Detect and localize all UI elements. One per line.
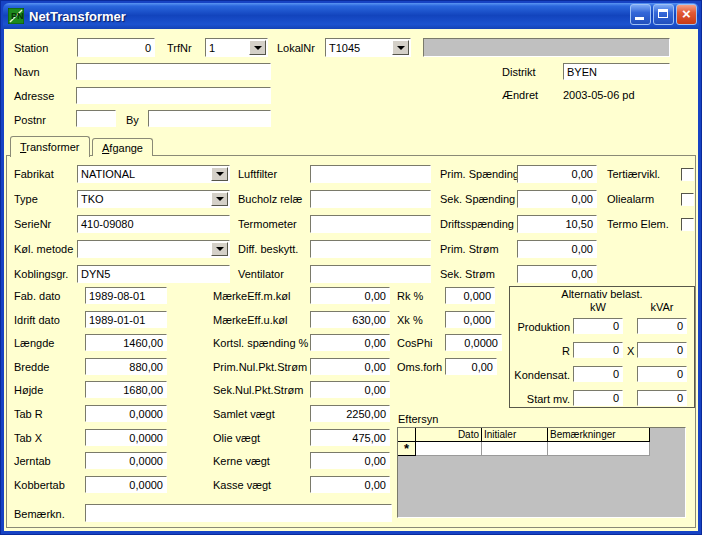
grid-header-dato[interactable]: Dato — [416, 428, 482, 442]
fab-dato-field[interactable]: 1989-08-01 — [85, 287, 167, 304]
grid-cell-bemaerkninger[interactable] — [548, 442, 650, 456]
olie-vaegt-field[interactable]: 475,00 — [310, 429, 390, 446]
adresse-field[interactable] — [76, 87, 271, 104]
xk-pct-field[interactable]: 0,000 — [445, 311, 495, 328]
tab-afgange-label: Afgange — [102, 142, 143, 154]
prim-spaending-field[interactable]: 0,00 — [517, 165, 597, 183]
kerne-vaegt-field[interactable]: 0,00 — [310, 452, 390, 469]
oliealarm-checkbox[interactable] — [681, 193, 694, 206]
koel-metode-dropdown[interactable] — [77, 240, 230, 258]
navn-field[interactable] — [76, 63, 271, 80]
kortsl-spaending-label: Kortsl. spænding % — [213, 337, 308, 349]
produktion-kw-field[interactable]: 0 — [573, 318, 623, 334]
distrikt-label: Distrikt — [502, 66, 536, 78]
fabrikat-dropdown[interactable]: NATIONAL — [77, 165, 230, 183]
start-mv-kvar-field[interactable]: 0 — [637, 390, 687, 406]
x-label: X — [627, 345, 634, 357]
bredde-field[interactable]: 880,00 — [85, 358, 167, 375]
grid-cell-dato[interactable] — [416, 442, 482, 456]
eftersyn-grid[interactable]: Dato Initialer Bemærkninger * — [397, 427, 686, 518]
xk-pct-value: 0,000 — [463, 314, 491, 326]
tab-r-field[interactable]: 0,0000 — [85, 405, 167, 422]
dropdown-arrow-icon[interactable] — [211, 192, 228, 206]
trfnr-dropdown[interactable]: 1 — [205, 38, 268, 57]
sek-spaending-value: 0,00 — [572, 193, 593, 205]
kortsl-spaending-field[interactable]: 0,00 — [310, 334, 390, 351]
x-kvar-value: 0 — [677, 344, 683, 356]
type-dropdown[interactable]: TKO — [77, 190, 230, 208]
kortsl-spaending-value: 0,00 — [365, 337, 386, 349]
start-mv-kw-field[interactable]: 0 — [573, 390, 623, 406]
olie-vaegt-value: 475,00 — [352, 432, 386, 444]
start-mv-label: Start mv. — [505, 393, 570, 405]
hoejde-field[interactable]: 1680,00 — [85, 381, 167, 398]
idrift-dato-field[interactable]: 1989-01-01 — [85, 311, 167, 328]
lokalnr-dropdown[interactable]: T1045 — [325, 38, 411, 57]
oms-forh-field[interactable]: 0,00 — [445, 358, 497, 375]
tab-x-field[interactable]: 0,0000 — [85, 429, 167, 446]
termo-elem-label: Termo Elem. — [607, 218, 669, 230]
koblingsgr-field[interactable]: DYN5 — [77, 265, 230, 283]
tertiaervikl-checkbox[interactable] — [681, 168, 694, 181]
kasse-vaegt-field[interactable]: 0,00 — [310, 476, 390, 493]
samlet-vaegt-field[interactable]: 2250,00 — [310, 405, 390, 422]
prim-nul-pkt-stroem-field[interactable]: 0,00 — [310, 358, 390, 375]
tab-afgange[interactable]: Afgange — [92, 138, 153, 156]
grid-selector-header[interactable] — [398, 428, 416, 442]
kondensat-kw-field[interactable]: 0 — [573, 366, 623, 382]
termometer-field[interactable] — [310, 215, 431, 233]
kondensat-kvar-field[interactable]: 0 — [637, 366, 687, 382]
dropdown-arrow-icon[interactable] — [249, 40, 266, 55]
grid-header-initialer[interactable]: Initialer — [482, 428, 548, 442]
tab-transformer[interactable]: Transformer — [10, 136, 90, 157]
produktion-kvar-field[interactable]: 0 — [637, 318, 687, 334]
laengde-field[interactable]: 1460,00 — [85, 334, 167, 351]
bucholz-relae-field[interactable] — [310, 190, 431, 208]
type-label: Type — [14, 193, 38, 205]
kobbertab-value: 0,0000 — [129, 479, 163, 491]
lokalnr-label: LokalNr — [277, 42, 315, 54]
kondensat-kw-value: 0 — [613, 368, 619, 380]
sek-nul-pkt-stroem-field[interactable]: 0,00 — [310, 381, 390, 398]
postnr-field[interactable] — [76, 110, 116, 127]
jerntab-field[interactable]: 0,0000 — [85, 452, 167, 469]
by-field[interactable] — [148, 110, 271, 127]
distrikt-field[interactable]: BYEN — [563, 63, 670, 80]
sek-spaending-field[interactable]: 0,00 — [517, 190, 597, 208]
sek-stroem-label: Sek. Strøm — [440, 268, 495, 280]
rk-pct-field[interactable]: 0,000 — [445, 287, 495, 304]
serienr-field[interactable]: 410-09080 — [77, 215, 230, 233]
maerkeeff-m-koel-field[interactable]: 0,00 — [310, 287, 390, 304]
tertiaervikl-label: Tertiærvikl. — [607, 168, 660, 180]
ventilator-field[interactable] — [310, 265, 431, 283]
diff-beskytt-field[interactable] — [310, 240, 431, 258]
dropdown-arrow-icon[interactable] — [211, 242, 228, 256]
grid-cell-initialer[interactable] — [482, 442, 548, 456]
cosphi-field[interactable]: 0,0000 — [445, 334, 502, 351]
luftfilter-field[interactable] — [310, 165, 431, 183]
x-kvar-field[interactable]: 0 — [637, 342, 687, 358]
grid-header-bemaerkninger[interactable]: Bemærkninger — [548, 428, 650, 442]
kobbertab-field[interactable]: 0,0000 — [85, 476, 167, 493]
prim-stroem-field[interactable]: 0,00 — [517, 240, 597, 258]
bemaerkn-field[interactable] — [85, 504, 392, 522]
oms-forh-label: Oms.forh — [397, 361, 442, 373]
driftsspaending-label: Driftsspænding — [440, 218, 514, 230]
r-kw-field[interactable]: 0 — [573, 342, 623, 358]
driftsspaending-field[interactable]: 10,50 — [517, 215, 597, 233]
aendret-value: 2003-05-06 pd — [563, 89, 635, 101]
maerkeeff-u-koel-field[interactable]: 630,00 — [310, 311, 390, 328]
jerntab-value: 0,0000 — [129, 455, 163, 467]
grid-new-row-marker[interactable]: * — [398, 442, 416, 456]
termo-elem-checkbox[interactable] — [681, 218, 694, 231]
rk-pct-label: Rk % — [397, 290, 423, 302]
fab-dato-label: Fab. dato — [14, 290, 60, 302]
station-field[interactable]: 0 — [77, 38, 155, 57]
prim-spaending-value: 0,00 — [572, 168, 593, 180]
prim-spaending-label: Prim. Spænding — [440, 168, 519, 180]
sek-stroem-field[interactable]: 0,00 — [517, 265, 597, 283]
kobbertab-label: Kobbertab — [14, 479, 65, 491]
dropdown-arrow-icon[interactable] — [211, 167, 228, 181]
dropdown-arrow-icon[interactable] — [392, 40, 409, 55]
eftersyn-label: Eftersyn — [398, 413, 438, 425]
